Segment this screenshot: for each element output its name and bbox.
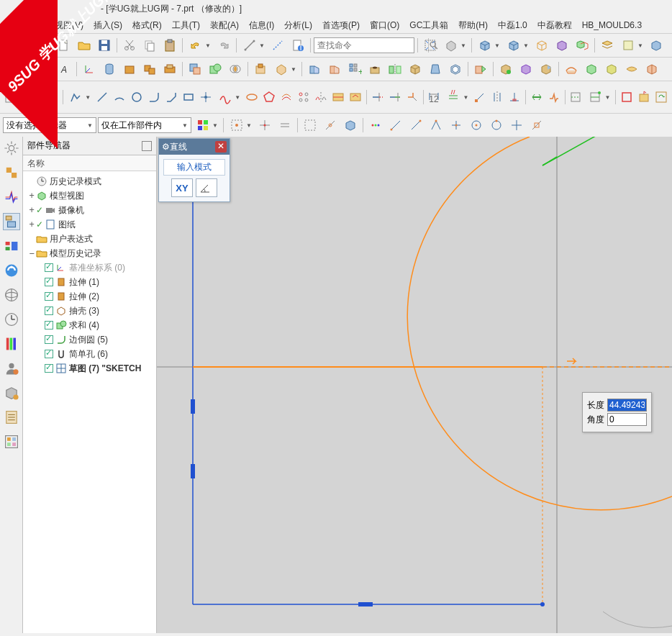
- copy-button[interactable]: [140, 36, 159, 55]
- angle-input[interactable]: [607, 413, 647, 426]
- region2[interactable]: ▼: [271, 59, 299, 79]
- tree-item-1[interactable]: 拉伸 (1): [24, 275, 155, 289]
- sk-corner[interactable]: [404, 88, 420, 106]
- sk-intersect[interactable]: [330, 88, 346, 106]
- sk-polygon[interactable]: [261, 88, 277, 106]
- paste-button[interactable]: [160, 36, 179, 55]
- xy-mode-button[interactable]: XY: [171, 178, 193, 197]
- sk-offset[interactable]: [278, 88, 294, 106]
- tree-camera[interactable]: +✓摄像机: [24, 203, 155, 217]
- menu-zl2[interactable]: 中磊教程: [533, 18, 576, 33]
- sk-fillet[interactable]: [146, 88, 162, 106]
- gear-icon[interactable]: ⚙: [162, 142, 170, 152]
- shell-tool[interactable]: [446, 60, 465, 78]
- snap-q1[interactable]: [386, 116, 405, 135]
- snap-q6[interactable]: [487, 116, 506, 135]
- sk-show2[interactable]: ▼: [585, 87, 612, 107]
- clip-button[interactable]: ▼: [618, 35, 645, 55]
- intersect-tool[interactable]: [226, 60, 245, 78]
- open-button[interactable]: [75, 36, 94, 55]
- menu-hbmould[interactable]: HB_MOULD6.3: [578, 19, 646, 32]
- menu-preferences[interactable]: 首选项(P): [318, 18, 364, 33]
- nav-tab-roles[interactable]: [3, 360, 20, 377]
- sk-show1[interactable]: [568, 88, 584, 106]
- snap2[interactable]: [276, 116, 294, 135]
- layer-button[interactable]: [598, 36, 617, 55]
- snap-q7[interactable]: [507, 116, 526, 135]
- nav-tab-sheet[interactable]: [3, 409, 20, 426]
- menu-window[interactable]: 窗口(O): [365, 18, 404, 33]
- search-box[interactable]: [314, 37, 414, 53]
- menu-gctoolbox[interactable]: GC工具箱: [405, 18, 453, 33]
- sk-mirror[interactable]: [313, 88, 329, 106]
- shade-button[interactable]: ▼: [441, 35, 468, 55]
- csys-tool[interactable]: [80, 60, 99, 78]
- sk-arc[interactable]: [112, 88, 127, 106]
- undo-button[interactable]: ▼: [186, 35, 213, 55]
- tree-model-history[interactable]: −模型历史记录: [24, 246, 155, 260]
- cube3-button[interactable]: [532, 36, 551, 55]
- menu-assembly[interactable]: 装配(A): [206, 18, 243, 33]
- tree-history-mode[interactable]: 历史记录模式: [24, 174, 155, 188]
- sk-rect[interactable]: [181, 88, 196, 106]
- snap1[interactable]: [255, 116, 274, 135]
- info-tool[interactable]: i: [289, 36, 307, 55]
- nav-tab-hd3d[interactable]: [3, 262, 20, 279]
- menu-format[interactable]: 格式(R): [128, 18, 166, 33]
- snap-q4[interactable]: [447, 116, 466, 135]
- surf5[interactable]: [643, 60, 661, 78]
- tree-item-2[interactable]: 拉伸 (2): [24, 289, 155, 304]
- sk-trim[interactable]: [370, 88, 386, 106]
- menu-analysis[interactable]: 分析(L): [280, 18, 317, 33]
- cube4-button[interactable]: [553, 36, 571, 55]
- region1[interactable]: [251, 60, 270, 78]
- sk-pattern[interactable]: [296, 88, 312, 106]
- scope-selector[interactable]: 仅在工作部件内▼: [98, 117, 191, 133]
- tree-item-0[interactable]: 基准坐标系 (0): [24, 260, 155, 275]
- snap-q5[interactable]: [467, 116, 486, 135]
- sk-dim1[interactable]: 12: [426, 88, 442, 106]
- pattern1[interactable]: +: [345, 60, 364, 78]
- sk-spline[interactable]: ▼: [215, 87, 242, 107]
- settings-icon[interactable]: [3, 140, 20, 157]
- menu-tools[interactable]: 工具(T): [168, 18, 204, 33]
- save-button[interactable]: [95, 36, 114, 55]
- tree-item-3[interactable]: 抽壳 (3): [24, 304, 155, 318]
- line-tool[interactable]: ▼: [240, 35, 267, 55]
- sk-ellipse[interactable]: [244, 88, 260, 106]
- tree-user-expr[interactable]: 用户表达式: [24, 232, 155, 246]
- snap-end[interactable]: [301, 116, 319, 135]
- sk-convert[interactable]: [529, 88, 545, 106]
- sk-sym[interactable]: [489, 88, 505, 106]
- snap-mid[interactable]: [321, 116, 340, 135]
- sk-line[interactable]: [94, 88, 110, 106]
- length-input[interactable]: [607, 399, 647, 412]
- unite-tool[interactable]: [206, 60, 224, 78]
- sk-extend[interactable]: [387, 88, 403, 106]
- tree-item-7[interactable]: 草图 (7) "SKETCH: [24, 361, 155, 376]
- sketch-canvas[interactable]: [157, 137, 672, 633]
- nav-tab-part[interactable]: [3, 213, 20, 230]
- patch1[interactable]: [496, 60, 515, 78]
- menu-help[interactable]: 帮助(H): [454, 18, 492, 33]
- patch2[interactable]: [517, 60, 535, 78]
- fit-button[interactable]: [421, 36, 440, 55]
- nav-tab-history[interactable]: [3, 311, 20, 328]
- cylinder-tool[interactable]: [100, 60, 119, 78]
- nav-tree[interactable]: 历史记录模式 +模型视图 +✓摄像机 +✓图纸 用户表达式 −模型历史记录 基准…: [23, 171, 156, 633]
- snap-pt[interactable]: ▼: [227, 115, 254, 135]
- redo-button[interactable]: [214, 36, 233, 55]
- goldblock3[interactable]: [160, 60, 179, 78]
- axis-tool[interactable]: [268, 36, 287, 55]
- mirror-tool[interactable]: [386, 60, 404, 78]
- tree-item-4[interactable]: 求和 (4): [24, 318, 155, 332]
- hole-tool[interactable]: [365, 60, 384, 78]
- subtract-tool[interactable]: [186, 60, 204, 78]
- surf4[interactable]: [622, 60, 641, 78]
- length-angle-mode-button[interactable]: [196, 178, 217, 197]
- patch3[interactable]: [537, 60, 555, 78]
- cut-button[interactable]: [120, 36, 139, 55]
- nav-pin-button[interactable]: [142, 141, 152, 151]
- nav-tab-constraint[interactable]: [3, 188, 20, 206]
- cube1-button[interactable]: ▼: [475, 35, 502, 55]
